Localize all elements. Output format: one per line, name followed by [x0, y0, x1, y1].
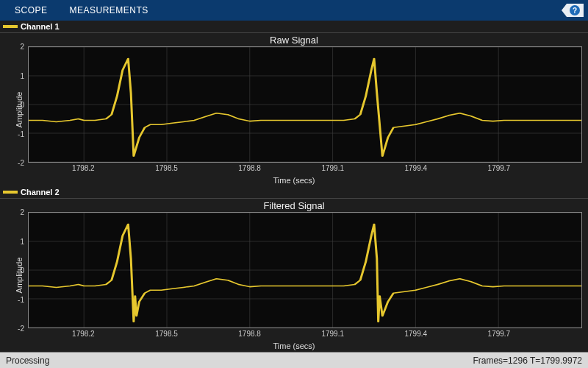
channel-1-swatch: [3, 25, 18, 28]
toolbar: SCOPE MEASUREMENTS ?: [0, 0, 588, 21]
channel-bar-1: Channel 1: [0, 21, 588, 33]
plot-1-axes: [28, 46, 582, 163]
plot-2-yticks: -2-1012: [0, 212, 26, 328]
plot-2-xticks: 1798.21798.51798.81799.11799.41799.7: [28, 330, 582, 340]
plot-2-xlabel: Time (secs): [273, 342, 315, 350]
tab-measurements[interactable]: MEASUREMENTS: [70, 5, 148, 15]
svg-text:?: ?: [573, 7, 577, 15]
statusbar: Processing Frames=1296 T=1799.9972: [0, 352, 588, 368]
status-left: Processing: [6, 355, 49, 366]
channel-2-swatch: [3, 191, 18, 194]
channel-bar-2: Channel 2: [0, 186, 588, 199]
tab-scope[interactable]: SCOPE: [15, 5, 48, 15]
scope-area: Channel 1 Raw Signal Amplitude -2-1012 1…: [0, 21, 588, 352]
plot-2-axes: [28, 212, 582, 328]
channel-1-label: Channel 1: [21, 22, 60, 31]
help-icon: ?: [562, 2, 584, 18]
plot-1-xlabel: Time (secs): [273, 176, 315, 185]
status-right: Frames=1296 T=1799.9972: [473, 355, 582, 366]
plot-1-svg: [28, 46, 582, 163]
plot-panel-2[interactable]: Filtered Signal Amplitude -2-1012 1798.2…: [0, 199, 588, 352]
channel-2-label: Channel 2: [21, 188, 60, 197]
plot-2-title: Filtered Signal: [0, 199, 588, 212]
plot-1-title: Raw Signal: [0, 33, 588, 46]
plot-2-svg: [28, 212, 582, 328]
plot-panel-1[interactable]: Raw Signal Amplitude -2-1012 1798.21798.…: [0, 33, 588, 186]
plot-1-yticks: -2-1012: [0, 46, 26, 163]
help-button[interactable]: ?: [562, 2, 584, 18]
plot-1-xticks: 1798.21798.51798.81799.11799.41799.7: [28, 164, 582, 174]
